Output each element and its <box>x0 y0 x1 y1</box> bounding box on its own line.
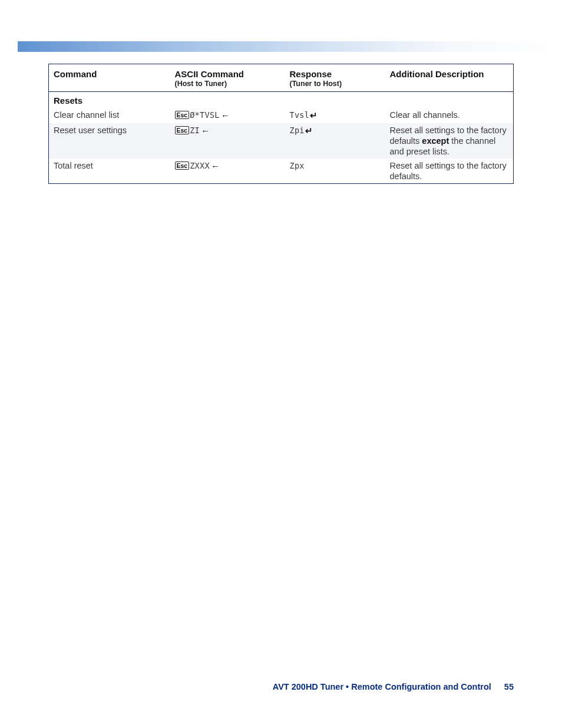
cell-response: Zpi↵ <box>285 123 385 159</box>
table-header-row: Command ASCII Command (Host to Tuner) Re… <box>49 64 514 92</box>
cell-command: Clear channel list <box>49 108 170 123</box>
table-row: Reset user settings EscZI← Zpi↵ Reset al… <box>49 123 514 159</box>
arrow-left-icon: ← <box>221 110 230 121</box>
section-label: Resets <box>49 92 514 108</box>
table-row: Clear channel list EscØ*TVSL← Tvsl↵ Clea… <box>49 108 514 123</box>
header-ascii-sub: (Host to Tuner) <box>175 80 280 88</box>
header-response: Response (Tuner to Host) <box>285 64 385 92</box>
cell-description: Clear all channels. <box>385 108 514 123</box>
header-response-sub: (Tuner to Host) <box>290 80 381 88</box>
page-content: Command ASCII Command (Host to Tuner) Re… <box>48 64 514 184</box>
arrow-left-icon: ← <box>211 161 220 172</box>
return-icon: ↵ <box>310 110 318 121</box>
arrow-left-icon: ← <box>201 126 210 137</box>
cell-command: Reset user settings <box>49 123 170 159</box>
cell-ascii: EscZI← <box>170 123 285 159</box>
table-row: Total reset EscZXXX← Zpx Reset all setti… <box>49 159 514 184</box>
cell-ascii: EscØ*TVSL← <box>170 108 285 123</box>
page-footer: AVT 200HD Tuner • Remote Configuration a… <box>0 682 562 691</box>
cell-response: Tvsl↵ <box>285 108 385 123</box>
header-ascii: ASCII Command (Host to Tuner) <box>170 64 285 92</box>
command-table: Command ASCII Command (Host to Tuner) Re… <box>48 64 514 184</box>
header-gradient-bar <box>0 41 562 52</box>
footer-text: AVT 200HD Tuner • Remote Configuration a… <box>273 682 491 691</box>
return-icon: ↵ <box>305 126 313 137</box>
section-row-resets: Resets <box>49 92 514 108</box>
cell-ascii: EscZXXX← <box>170 159 285 184</box>
cell-command: Total reset <box>49 159 170 184</box>
esc-key-icon: Esc <box>175 126 190 134</box>
esc-key-icon: Esc <box>175 111 190 119</box>
cell-response: Zpx <box>285 159 385 184</box>
header-description: Additional Description <box>385 64 514 92</box>
cell-description: Reset all settings to the factory defaul… <box>385 159 514 184</box>
page-number: 55 <box>504 682 514 691</box>
esc-key-icon: Esc <box>175 162 190 170</box>
header-command: Command <box>49 64 170 92</box>
cell-description: Reset all settings to the factory defaul… <box>385 123 514 159</box>
